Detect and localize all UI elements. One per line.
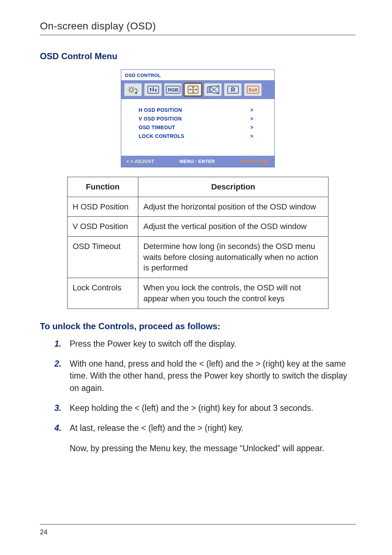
step-text: With one hand, press and hold the < (lef…: [70, 358, 356, 394]
page-footer: 24: [40, 524, 356, 536]
svg-line-8: [133, 87, 134, 88]
osd-menu-item: OSD TIMEOUT >: [128, 123, 268, 132]
svg-text:RGB: RGB: [168, 87, 178, 93]
svg-line-6: [133, 91, 134, 92]
step-item: 3. Keep holding the < (left) and the > (…: [54, 402, 356, 414]
osd-panel-title: OSD CONTROL: [121, 70, 274, 80]
osd-menu-item: V OSD POSITION >: [128, 114, 268, 123]
table-cell-fn: H OSD Position: [68, 197, 138, 217]
svg-rect-15: [152, 89, 154, 90]
osd-footer: < > ADJUST MENU : ENTER AUTO : EXIT: [121, 156, 274, 167]
osd-menu-body: H OSD POSITION > V OSD POSITION > OSD TI…: [121, 99, 274, 156]
step-number: 2.: [54, 358, 70, 394]
svg-rect-14: [150, 89, 151, 90]
table-header-function: Function: [68, 177, 138, 197]
table-cell-fn: OSD Timeout: [68, 237, 138, 278]
brightness-icon: [124, 83, 142, 96]
table-cell-desc: Adjust the vertical position of the OSD …: [138, 217, 328, 237]
table-cell-fn: V OSD Position: [68, 217, 138, 237]
osd-menu-item: LOCK CONTROLS >: [128, 132, 268, 140]
position-icon: [184, 83, 202, 96]
function-table: Function Description H OSD Position Adju…: [67, 177, 328, 309]
svg-line-23: [210, 86, 219, 92]
step-item: 4. At last, release the < (left) and the…: [54, 422, 356, 434]
step-number: 3.: [54, 402, 70, 414]
table-cell-desc: Adjust the horizontal position of the OS…: [138, 197, 328, 217]
osd-item-label: H OSD POSITION: [139, 107, 182, 113]
step-item: 2. With one hand, press and hold the < (…: [54, 358, 356, 394]
osd-item-indicator: >: [250, 125, 253, 130]
osd-item-indicator: >: [250, 107, 253, 113]
osd-panel: OSD CONTROL: [121, 69, 275, 167]
step-number: 1.: [54, 338, 70, 350]
table-cell-desc: Determine how long (in seconds) the OSD …: [138, 237, 328, 278]
osd-iconbar: RGB: [121, 80, 274, 99]
svg-text:Exit: Exit: [249, 87, 257, 93]
table-row: Lock Controls When you lock the controls…: [68, 278, 328, 309]
geometry-icon: [204, 83, 222, 96]
osd-item-label: V OSD POSITION: [139, 116, 182, 122]
unlock-follow-text: Now, by pressing the Menu key, the messa…: [40, 442, 356, 454]
svg-point-0: [130, 88, 133, 91]
osd-footer-enter: MENU : ENTER: [180, 159, 215, 164]
table-cell-desc: When you lock the controls, the OSD will…: [138, 278, 328, 309]
osd-item-indicator: >: [250, 116, 253, 122]
svg-text:R: R: [231, 87, 235, 93]
osd-footer-adjust: < > ADJUST: [126, 159, 154, 164]
osd-footer-exit: AUTO : EXIT: [240, 159, 269, 164]
page-title: On-screen display (OSD): [40, 20, 356, 35]
svg-line-5: [129, 87, 130, 88]
osd-menu-item: H OSD POSITION >: [128, 106, 268, 114]
osd-item-indicator: >: [250, 133, 253, 139]
section-heading: OSD Control Menu: [40, 51, 356, 61]
page-number: 24: [40, 528, 48, 536]
rgb-icon: RGB: [164, 83, 182, 96]
sliders-icon: [144, 83, 162, 96]
step-item: 1. Press the Power key to switch off the…: [54, 338, 356, 350]
unlock-heading: To unlock the Controls, proceed as follo…: [40, 321, 356, 331]
table-header-description: Description: [138, 177, 328, 197]
exit-icon: Exit: [244, 83, 262, 96]
osd-item-label: OSD TIMEOUT: [139, 125, 175, 130]
table-row: OSD Timeout Determine how long (in secon…: [68, 237, 328, 278]
step-text: At last, release the < (left) and the > …: [70, 422, 356, 434]
unlock-steps: 1. Press the Power key to switch off the…: [40, 338, 356, 434]
table-row: V OSD Position Adjust the vertical posit…: [68, 217, 328, 237]
svg-line-7: [129, 91, 130, 92]
step-text: Keep holding the < (left) and the > (rig…: [70, 402, 356, 414]
svg-rect-16: [155, 90, 156, 91]
table-row: H OSD Position Adjust the horizontal pos…: [68, 197, 328, 217]
osd-item-label: LOCK CONTROLS: [139, 133, 184, 139]
reset-icon: R: [224, 83, 242, 96]
table-cell-fn: Lock Controls: [68, 278, 138, 309]
step-number: 4.: [54, 422, 70, 434]
svg-point-9: [135, 92, 137, 94]
step-text: Press the Power key to switch off the di…: [70, 338, 356, 350]
